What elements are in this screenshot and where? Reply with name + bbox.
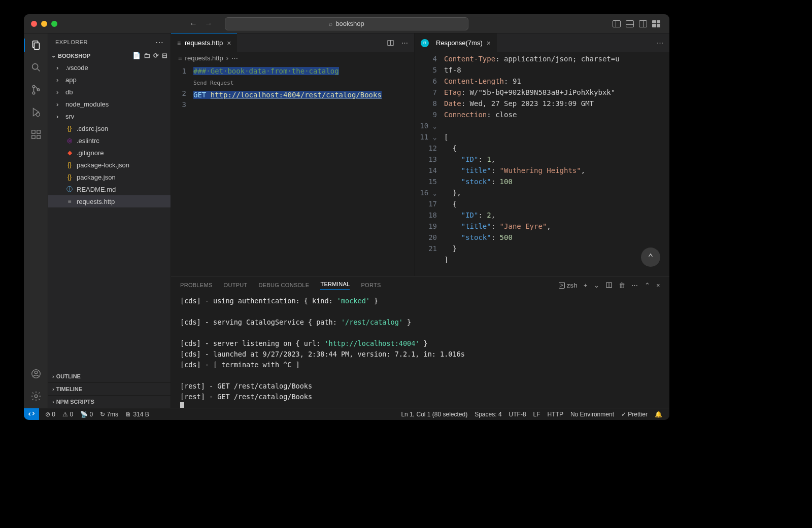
tab-response[interactable]: R Response(7ms) × bbox=[415, 33, 497, 52]
editor-body-left[interactable]: 123 ###·Get·book·data·from·the·catalog S… bbox=[171, 64, 414, 276]
tree-label: .gitignore bbox=[77, 149, 104, 157]
folder-node_modules[interactable]: ›node_modules bbox=[48, 98, 171, 110]
remote-indicator[interactable] bbox=[24, 408, 39, 420]
svg-rect-9 bbox=[37, 135, 40, 138]
code-line-comment: ###·Get·book·data·from·the·catalog bbox=[193, 67, 339, 75]
kill-terminal-icon[interactable]: 🗑 bbox=[619, 281, 625, 289]
status-eol[interactable]: LF bbox=[533, 411, 540, 418]
file-.eslintrc[interactable]: ◎.eslintrc bbox=[48, 134, 171, 147]
tab-bar-right: R Response(7ms) × ⋯ bbox=[415, 33, 669, 52]
editor-more-icon[interactable]: ⋯ bbox=[401, 39, 408, 47]
svg-point-3 bbox=[32, 85, 35, 88]
json-icon: {} bbox=[65, 173, 74, 181]
status-prettier[interactable]: ✓ Prettier bbox=[621, 411, 648, 418]
new-terminal-icon[interactable]: + bbox=[584, 281, 588, 289]
new-file-icon[interactable]: 📄 bbox=[132, 52, 141, 59]
editor-group-left: ≡ requests.http × ⋯ ≡ requests.http bbox=[171, 33, 415, 276]
breadcrumb[interactable]: ≡ requests.http › ⋯ bbox=[171, 52, 414, 64]
chevron-right-icon: › bbox=[226, 54, 228, 62]
new-folder-icon[interactable]: 🗀 bbox=[144, 52, 150, 59]
file-requests.http[interactable]: ≡requests.http bbox=[48, 195, 171, 207]
toggle-panel-icon[interactable] bbox=[626, 20, 634, 27]
tree-label: .eslintrc bbox=[77, 137, 99, 145]
split-terminal-icon[interactable] bbox=[605, 281, 613, 289]
close-panel-icon[interactable]: × bbox=[656, 281, 660, 289]
file-.gitignore[interactable]: ◆.gitignore bbox=[48, 147, 171, 159]
search-activity-icon[interactable] bbox=[29, 61, 43, 74]
folder-srv[interactable]: ›srv bbox=[48, 110, 171, 122]
editor-body-right[interactable]: 4 5 6 7 8 9 10 ⌄11 ⌄12 13 14 15 16 ⌄17 1… bbox=[415, 52, 669, 276]
terminal-dropdown-icon[interactable]: ⌄ bbox=[594, 281, 599, 289]
status-size[interactable]: 🗎 314 B bbox=[125, 411, 149, 418]
maximize-panel-icon[interactable]: ⌃ bbox=[645, 281, 650, 289]
customize-layout-icon[interactable] bbox=[652, 20, 660, 27]
panel-tab-terminal[interactable]: TERMINAL bbox=[320, 281, 350, 290]
minimize-icon[interactable] bbox=[41, 21, 47, 27]
chevron-down-icon: ⌄ bbox=[51, 52, 56, 59]
file-.cdsrc.json[interactable]: {}.cdsrc.json bbox=[48, 122, 171, 134]
tab-close-icon[interactable]: × bbox=[487, 39, 491, 47]
section-npm scripts[interactable]: ›NPM SCRIPTS bbox=[48, 398, 171, 406]
accounts-icon[interactable] bbox=[29, 367, 43, 380]
extensions-icon[interactable] bbox=[29, 128, 43, 141]
close-icon[interactable] bbox=[31, 21, 37, 27]
panel-tab-debug-console[interactable]: DEBUG CONSOLE bbox=[259, 282, 310, 288]
status-environment[interactable]: No Environment bbox=[570, 411, 614, 418]
split-editor-icon[interactable] bbox=[387, 39, 394, 47]
refresh-icon[interactable]: ⟳ bbox=[153, 52, 159, 59]
tree-label: README.md bbox=[77, 186, 116, 193]
tree-label: .vscode bbox=[65, 64, 88, 72]
send-request-codelens[interactable]: Send Request bbox=[193, 78, 411, 89]
git-icon: ◆ bbox=[65, 149, 74, 156]
panel-more-icon[interactable]: ⋯ bbox=[631, 281, 638, 289]
maximize-icon[interactable] bbox=[51, 21, 57, 27]
file-package.json[interactable]: {}package.json bbox=[48, 171, 171, 183]
panel-tabs: PROBLEMSOUTPUTDEBUG CONSOLETERMINALPORTS… bbox=[171, 276, 669, 294]
status-warnings[interactable]: ⚠ 0 bbox=[62, 411, 73, 418]
folder-db[interactable]: ›db bbox=[48, 86, 171, 98]
status-bar: ⊘ 0 ⚠ 0 📡 0 ↻ 7ms 🗎 314 B Ln 1, Col 1 (8… bbox=[24, 408, 669, 420]
toggle-left-sidebar-icon[interactable] bbox=[613, 20, 621, 27]
section-timeline[interactable]: ›TIMELINE bbox=[48, 385, 171, 393]
titlebar: ← → ⌕ bookshop bbox=[24, 14, 669, 33]
status-language[interactable]: HTTP bbox=[548, 411, 563, 418]
status-encoding[interactable]: UTF-8 bbox=[509, 411, 526, 418]
status-ports[interactable]: 📡 0 bbox=[80, 411, 93, 418]
file-README.md[interactable]: ⓘREADME.md bbox=[48, 183, 171, 195]
run-debug-icon[interactable] bbox=[29, 105, 43, 119]
panel-tab-ports[interactable]: PORTS bbox=[361, 282, 381, 288]
explorer-icon[interactable] bbox=[29, 39, 43, 52]
scroll-top-button[interactable]: ⌃ bbox=[641, 248, 660, 267]
tab-label: Response(7ms) bbox=[436, 39, 483, 47]
source-control-icon[interactable] bbox=[29, 83, 43, 96]
editor-more-icon[interactable]: ⋯ bbox=[657, 39, 663, 47]
chevron-right-icon: › bbox=[56, 64, 62, 72]
collapse-icon[interactable]: ⊟ bbox=[162, 52, 167, 59]
workspace-folder-header[interactable]: ⌄ BOOKSHOP 📄 🗀 ⟳ ⊟ bbox=[48, 51, 171, 61]
notifications-icon[interactable]: 🔔 bbox=[655, 411, 662, 418]
sidebar-header: EXPLORER ⋯ bbox=[48, 33, 171, 51]
folder-.vscode[interactable]: ›.vscode bbox=[48, 61, 171, 74]
settings-gear-icon[interactable] bbox=[29, 390, 43, 403]
status-spaces[interactable]: Spaces: 4 bbox=[475, 411, 501, 418]
panel-tab-problems[interactable]: PROBLEMS bbox=[180, 282, 213, 288]
toggle-right-sidebar-icon[interactable] bbox=[639, 20, 647, 27]
sidebar-more-icon[interactable]: ⋯ bbox=[155, 38, 164, 47]
file-package-lock.json[interactable]: {}package-lock.json bbox=[48, 159, 171, 171]
nav-forward-icon[interactable]: → bbox=[205, 19, 213, 28]
panel-tab-output[interactable]: OUTPUT bbox=[224, 282, 248, 288]
status-errors[interactable]: ⊘ 0 bbox=[45, 411, 55, 418]
tab-close-icon[interactable]: × bbox=[227, 39, 231, 47]
command-center[interactable]: ⌕ bookshop bbox=[225, 17, 468, 30]
terminal-profile[interactable]: >zsh bbox=[559, 281, 578, 289]
nav-back-icon[interactable]: ← bbox=[189, 19, 197, 28]
tab-requests-http[interactable]: ≡ requests.http × bbox=[171, 33, 237, 52]
chevron-right-icon: › bbox=[52, 399, 54, 405]
section-outline[interactable]: ›OUTLINE bbox=[48, 372, 171, 380]
status-time[interactable]: ↻ 7ms bbox=[100, 411, 118, 418]
status-cursor[interactable]: Ln 1, Col 1 (80 selected) bbox=[401, 411, 467, 418]
json-icon: {} bbox=[65, 125, 74, 132]
nav-history: ← → bbox=[189, 19, 213, 28]
folder-app[interactable]: ›app bbox=[48, 74, 171, 86]
terminal-output[interactable]: [cds] - using authentication: { kind: 'm… bbox=[171, 294, 669, 408]
